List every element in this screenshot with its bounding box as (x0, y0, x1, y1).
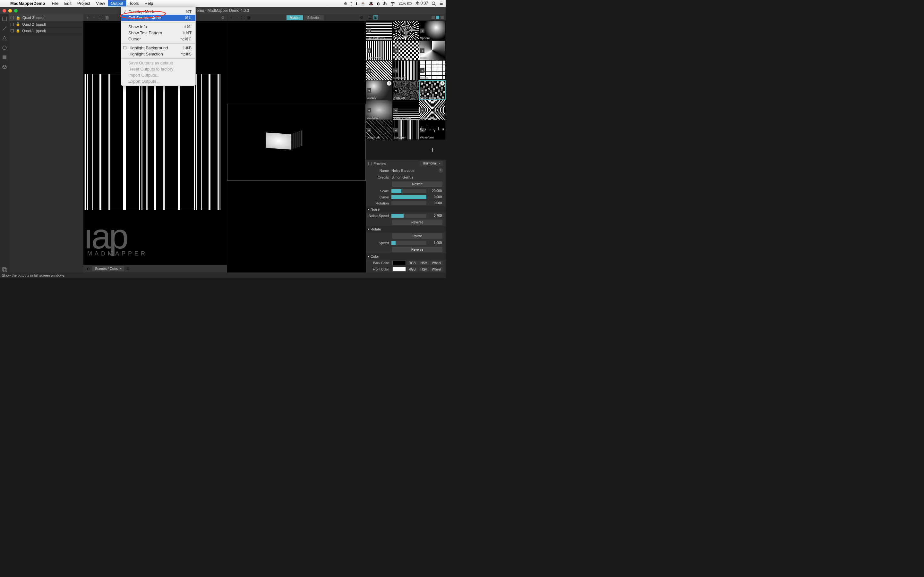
section-color[interactable]: Color (366, 253, 446, 259)
material-dunes[interactable]: ◀Dunes (366, 60, 393, 80)
play-icon[interactable]: ◀ (420, 108, 425, 113)
status-icon[interactable]: ◐ (376, 1, 380, 6)
mode-hsv[interactable]: HSV (419, 261, 429, 265)
menu-view[interactable]: View (93, 0, 108, 6)
visibility-icon[interactable] (11, 29, 14, 32)
play-icon[interactable]: ◀ (393, 88, 398, 93)
material-spectrum[interactable]: ◀Spectrum (393, 120, 419, 140)
expand-icon[interactable]: ⛶ (241, 15, 245, 20)
expand-icon[interactable]: ⛶ (98, 15, 103, 20)
play-icon[interactable]: ◀ (367, 48, 371, 53)
material-waveform[interactable]: ◀Waveform (419, 120, 446, 140)
surface-row[interactable]: 🔒Quad-3(quad) (9, 14, 83, 21)
mapped-object[interactable] (266, 130, 304, 149)
zoom-button[interactable] (14, 9, 18, 13)
status-icon[interactable]: あ (383, 1, 387, 6)
material-madnoise[interactable]: ◀MadNoise (393, 21, 419, 40)
lock-icon[interactable]: 🔒 (16, 29, 20, 33)
play-icon[interactable]: ◀ (393, 128, 398, 132)
scenes-dropdown[interactable]: Scenes / Cues (92, 266, 124, 271)
remove-icon[interactable]: － (92, 15, 96, 20)
thumbnail-dropdown[interactable]: Thumbnail (420, 161, 443, 166)
menu-help[interactable]: Help (142, 0, 156, 6)
app-name[interactable]: MadMapperDemo (10, 1, 45, 6)
status-icon[interactable]: ⊘ (344, 1, 347, 6)
play-icon[interactable]: ◀ (367, 29, 371, 33)
menu-icon[interactable]: ☰ (439, 1, 443, 6)
surface-row[interactable]: 🔒Quad-1(quad) (9, 27, 83, 34)
wifi-icon[interactable] (390, 1, 395, 6)
spotlight-icon[interactable] (431, 1, 436, 6)
status-icon[interactable]: ℹ (356, 1, 357, 6)
master-canvas[interactable] (227, 21, 366, 272)
speed-slider[interactable]: Speed1.000 (366, 240, 446, 246)
play-icon[interactable]: ◀ (393, 48, 398, 53)
clock[interactable]: 水 0:37 (415, 1, 428, 6)
slider-scale[interactable]: Scale20.000 (366, 188, 446, 194)
mode-rgb[interactable]: RGB (407, 261, 418, 265)
section-noise[interactable]: Noise (366, 206, 446, 213)
remove-icon[interactable]: － (235, 15, 239, 20)
surface-row[interactable]: 🔒Quad-2(quad) (9, 21, 83, 27)
status-icon[interactable]: ▯ (351, 1, 352, 6)
material-bricks[interactable]: ◀Bricks (419, 60, 446, 80)
battery-status[interactable]: 21% (399, 1, 412, 6)
menu-project[interactable]: Project (74, 0, 93, 6)
material-clouds[interactable]: ◀1Clouds (366, 80, 393, 100)
status-icon[interactable]: 🎩 (368, 1, 373, 6)
popout-icon[interactable]: ⧉ (126, 266, 131, 271)
material-line-patterns[interactable]: ◀Line Patterns (366, 21, 393, 40)
tool-quad-icon[interactable] (2, 16, 7, 22)
add-icon[interactable]: ＋ (86, 15, 90, 20)
mode-a[interactable] (431, 16, 435, 19)
material-squarewave[interactable]: ◀SquareWave (393, 100, 419, 120)
slider-rotation[interactable]: Rotation0.000 (366, 200, 446, 206)
status-icon[interactable]: ☕ (360, 1, 365, 6)
mode-c[interactable] (441, 16, 444, 19)
info-icon[interactable]: i (439, 168, 443, 173)
menu-edit[interactable]: Edit (61, 0, 74, 6)
add-icon[interactable]: ＋ (229, 15, 234, 20)
tool-line-icon[interactable] (2, 26, 7, 31)
material-diagonals[interactable]: ◀Diagonals (366, 120, 393, 140)
grid-icon[interactable]: ▦ (105, 15, 109, 20)
play-icon[interactable]: ◀ (420, 128, 425, 132)
mode-wheel[interactable]: Wheel (430, 268, 443, 271)
play-icon[interactable]: ◀ (420, 68, 425, 73)
tool-3d-icon[interactable] (2, 64, 7, 70)
front-color-swatch[interactable] (393, 267, 406, 271)
add-material-button[interactable]: ＋ (419, 140, 446, 160)
menu-cursor[interactable]: Cursor⌥⌘C (121, 36, 195, 42)
material-caustics[interactable]: ◀Caustics (366, 100, 393, 120)
visibility-icon[interactable] (11, 16, 14, 19)
mode-b[interactable] (436, 16, 439, 19)
mode-wheel[interactable]: Wheel (430, 261, 443, 265)
menu-fullscreen-mode[interactable]: Full Screen Mode⌘U (121, 15, 195, 21)
minimize-button[interactable] (8, 9, 12, 13)
back-color-swatch[interactable] (393, 261, 406, 265)
tab-selection[interactable]: Selection (304, 15, 324, 20)
material-cubiccircles[interactable]: ◀CubicCircles (419, 100, 446, 120)
menu-show-test-pattern[interactable]: Show Test Pattern⇧⌘T (121, 30, 195, 36)
play-icon[interactable]: ◀ (393, 29, 398, 33)
section-rotate[interactable]: Rotate (366, 226, 446, 232)
menu-highlight-selection[interactable]: Highlight Selection⌥⌘S (121, 51, 195, 57)
rotate-button[interactable]: Rotate (392, 234, 443, 239)
slider-curve[interactable]: Curve0.000 (366, 194, 446, 200)
close-button[interactable] (3, 9, 6, 13)
tool-fixture-icon[interactable] (2, 267, 7, 272)
play-icon[interactable]: ◀ (367, 128, 371, 132)
material-sphere[interactable]: ◀Sphere (419, 21, 446, 40)
tool-triangle-icon[interactable] (2, 35, 7, 41)
tool-ellipse-icon[interactable] (2, 45, 7, 51)
collapse-icon[interactable]: ◐ (86, 266, 90, 271)
material-random[interactable]: ◀Random (393, 80, 419, 100)
tab-master[interactable]: Master (286, 15, 303, 20)
grid-view-icon[interactable]: ▦ (373, 15, 378, 19)
material-noisy-barcode[interactable]: ◀1Noisy Barcode (419, 80, 446, 100)
play-icon[interactable]: ◀ (393, 108, 398, 113)
noise-speed-slider[interactable]: Noise Speed0.700 (366, 213, 446, 219)
material-squarearray[interactable]: ◀SquareArray (393, 40, 419, 60)
menu-desktop-mode[interactable]: Desktop Mode⌘T (121, 9, 195, 15)
restart-button[interactable]: Restart (392, 181, 443, 187)
